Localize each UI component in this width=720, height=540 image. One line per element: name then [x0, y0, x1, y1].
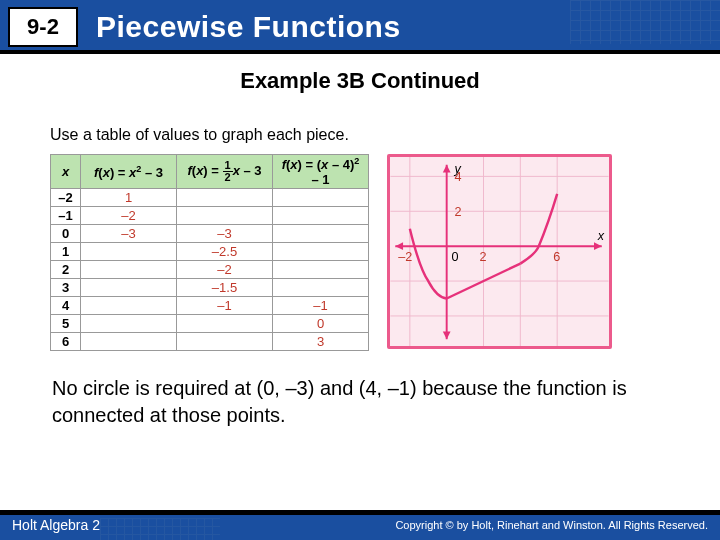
- col-f1-header: f(x) = x2 – 3: [81, 155, 177, 189]
- table-row: 3–1.5: [51, 279, 369, 297]
- piecewise-chart: y x 4 2 –2 0 2 6: [390, 157, 609, 346]
- tick-x2: 2: [480, 250, 487, 264]
- col-f2-header: f(x) = 12x – 3: [177, 155, 273, 189]
- header-decor-grid: [570, 0, 720, 44]
- svg-marker-10: [443, 165, 451, 173]
- tick-x6: 6: [553, 250, 560, 264]
- instruction-text: Use a table of values to graph each piec…: [50, 126, 692, 144]
- table-row: 63: [51, 333, 369, 351]
- table-row: –1–2: [51, 207, 369, 225]
- page-title: Piecewise Functions: [96, 10, 401, 44]
- x-axis-label: x: [597, 229, 605, 243]
- values-table: x f(x) = x2 – 3 f(x) = 12x – 3 f(x) = (x…: [50, 154, 369, 351]
- slide: 9-2 Piecewise Functions Example 3B Conti…: [0, 0, 720, 540]
- header-bar: 9-2 Piecewise Functions: [0, 0, 720, 54]
- footer-book-title: Holt Algebra 2: [12, 517, 100, 533]
- table-row: 1–2.5: [51, 243, 369, 261]
- content-area: Use a table of values to graph each piec…: [0, 94, 720, 429]
- tick-xneg2: –2: [398, 250, 412, 264]
- graph-panel: y x 4 2 –2 0 2 6: [387, 154, 612, 349]
- panels-row: x f(x) = x2 – 3 f(x) = 12x – 3 f(x) = (x…: [50, 154, 692, 351]
- tick-y4: 4: [454, 170, 461, 184]
- section-badge: 9-2: [8, 7, 78, 47]
- table-row: 2–2: [51, 261, 369, 279]
- col-x-header: x: [51, 155, 81, 189]
- curve-piece-1: [410, 229, 447, 299]
- footer-bar: Holt Algebra 2 Copyright © by Holt, Rine…: [0, 510, 720, 540]
- svg-marker-11: [443, 331, 451, 339]
- table-row: 50: [51, 315, 369, 333]
- table-row: –21: [51, 189, 369, 207]
- curve-piece-3: [520, 194, 557, 264]
- svg-marker-8: [594, 242, 602, 250]
- footer-decor-grid: [100, 518, 220, 540]
- example-subtitle: Example 3B Continued: [0, 68, 720, 94]
- table-row: 4–1–1: [51, 297, 369, 315]
- footer-copyright: Copyright © by Holt, Rinehart and Winsto…: [395, 519, 708, 531]
- table-row: 0–3–3: [51, 225, 369, 243]
- tick-x0: 0: [452, 250, 459, 264]
- tick-y2: 2: [454, 205, 461, 219]
- explanation-note: No circle is required at (0, –3) and (4,…: [52, 375, 668, 429]
- col-f3-header: f(x) = (x – 4)2 – 1: [273, 155, 369, 189]
